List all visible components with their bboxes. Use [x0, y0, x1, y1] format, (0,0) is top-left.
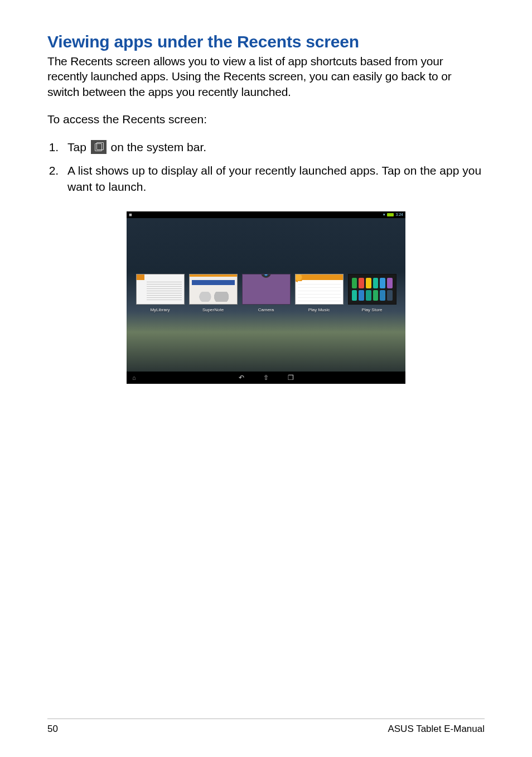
tablet-screenshot: ◼ ▾ 3:24 MyLibrary SuperNote Camera: [127, 211, 405, 384]
app-label: Camera: [242, 307, 291, 312]
intro-paragraph: The Recents screen allows you to view a …: [47, 54, 485, 99]
recent-app-supernote[interactable]: SuperNote: [189, 274, 238, 312]
app-label: Play Music: [295, 307, 344, 312]
app-label: MyLibrary: [136, 307, 185, 312]
app-label: Play Store: [348, 307, 396, 312]
page-title: Viewing apps under the Recents screen: [47, 32, 485, 51]
step-1-post: on the system bar.: [108, 141, 206, 153]
back-icon[interactable]: ↶: [239, 374, 244, 382]
manual-page: Viewing apps under the Recents screen Th…: [0, 0, 532, 757]
step-1: Tap on the system bar.: [62, 139, 485, 155]
status-time: 3:24: [395, 213, 403, 216]
lead-sentence: To access the Recents screen:: [47, 113, 485, 126]
page-number: 50: [47, 724, 58, 735]
wifi-icon: ▾: [383, 213, 385, 217]
recent-app-camera[interactable]: Camera: [242, 274, 291, 312]
recent-app-mylibrary[interactable]: MyLibrary: [136, 274, 185, 312]
recents-row: MyLibrary SuperNote Camera Play Music Pl…: [127, 274, 405, 312]
footer-rule: [47, 719, 485, 719]
home-icon[interactable]: ⇧: [263, 374, 269, 382]
apps-drawer-icon[interactable]: ⌂: [132, 374, 136, 381]
step-1-pre: Tap: [67, 141, 90, 153]
steps-list: Tap on the system bar. A list shows up t…: [47, 139, 485, 195]
recent-app-playstore[interactable]: Play Store: [348, 274, 396, 312]
status-left-icon: ◼: [129, 213, 132, 217]
store-icon-grid: [352, 278, 393, 301]
recent-app-playmusic[interactable]: Play Music: [295, 274, 344, 312]
status-bar: ◼ ▾ 3:24: [127, 211, 405, 218]
doc-title: ASUS Tablet E-Manual: [388, 724, 485, 735]
battery-icon: [387, 213, 394, 216]
step-2: A list shows up to display all of your r…: [62, 163, 485, 195]
recents-nav-icon[interactable]: ❐: [288, 374, 294, 382]
app-label: SuperNote: [189, 307, 238, 312]
recents-icon: [91, 140, 107, 154]
system-bar: ⌂ ↶ ⇧ ❐: [127, 372, 405, 384]
page-footer: 50 ASUS Tablet E-Manual: [47, 724, 485, 735]
